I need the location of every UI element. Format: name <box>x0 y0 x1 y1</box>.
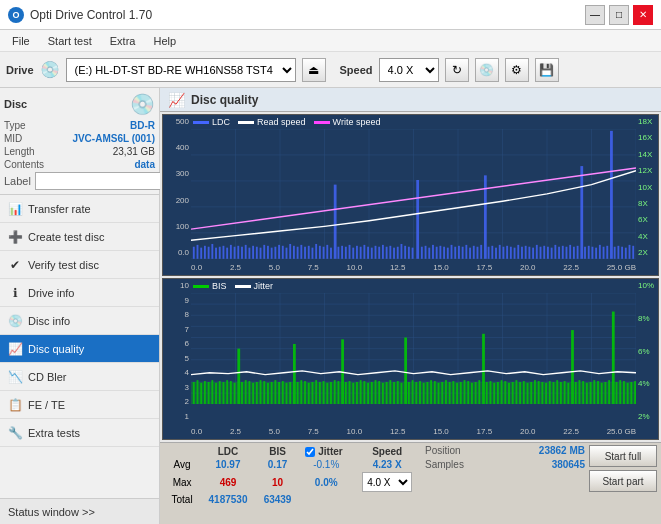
svg-rect-250 <box>538 381 540 404</box>
sidebar-item-disc-quality[interactable]: 📈 Disc quality <box>0 335 159 363</box>
minimize-button[interactable]: — <box>585 5 605 25</box>
svg-rect-163 <box>215 383 217 404</box>
toolbar: Drive 💿 (E:) HL-DT-ST BD-RE WH16NS58 TST… <box>0 52 661 88</box>
svg-rect-185 <box>297 382 299 404</box>
chart1-legend: LDC Read speed Write speed <box>193 117 380 127</box>
status-window-button[interactable]: Status window >> <box>0 498 159 524</box>
svg-rect-201 <box>356 382 358 404</box>
svg-rect-40 <box>282 246 284 259</box>
label-input[interactable] <box>35 172 168 190</box>
refresh-button[interactable]: ↻ <box>445 58 469 82</box>
chart1-svg <box>191 129 636 259</box>
svg-rect-32 <box>252 246 254 259</box>
svg-rect-165 <box>223 382 225 404</box>
svg-rect-107 <box>532 248 534 259</box>
svg-rect-122 <box>588 246 590 259</box>
svg-rect-220 <box>426 382 428 404</box>
svg-rect-198 <box>345 382 347 404</box>
sidebar-item-cd-bler[interactable]: 📉 CD Bler <box>0 363 159 391</box>
svg-rect-194 <box>330 382 332 404</box>
svg-rect-162 <box>211 380 213 404</box>
svg-rect-177 <box>267 383 269 404</box>
svg-rect-247 <box>527 383 529 404</box>
svg-rect-75 <box>412 248 414 259</box>
svg-rect-218 <box>419 381 421 404</box>
svg-rect-164 <box>219 381 221 404</box>
svg-rect-120 <box>580 166 583 259</box>
svg-rect-231 <box>467 381 469 404</box>
type-value: BD-R <box>130 120 155 131</box>
maximize-button[interactable]: □ <box>609 5 629 25</box>
drive-info-icon: ℹ <box>8 286 22 300</box>
svg-rect-235 <box>482 334 485 404</box>
drive-select[interactable]: (E:) HL-DT-ST BD-RE WH16NS58 TST4 <box>66 58 296 82</box>
svg-rect-188 <box>308 383 310 404</box>
svg-rect-274 <box>627 383 629 404</box>
menu-extra[interactable]: Extra <box>102 33 144 49</box>
sidebar-item-fe-te[interactable]: 📋 FE / TE <box>0 391 159 419</box>
start-part-button[interactable]: Start part <box>589 470 657 492</box>
jitter-checkbox[interactable] <box>305 447 315 457</box>
settings-button[interactable]: ⚙ <box>505 58 529 82</box>
speed-select-stats[interactable]: 4.0 X <box>362 472 412 492</box>
contents-label: Contents <box>4 159 44 170</box>
svg-rect-82 <box>439 246 441 259</box>
sidebar-item-transfer-rate[interactable]: 📊 Transfer rate <box>0 195 159 223</box>
label-label: Label <box>4 175 31 187</box>
sidebar-item-extra-tests[interactable]: 🔧 Extra tests <box>0 419 159 447</box>
svg-rect-190 <box>315 380 317 404</box>
svg-rect-128 <box>610 131 613 259</box>
svg-rect-31 <box>248 248 250 259</box>
svg-rect-206 <box>375 380 377 404</box>
svg-rect-186 <box>300 380 302 404</box>
save-button[interactable]: 💾 <box>535 58 559 82</box>
svg-rect-131 <box>621 247 623 259</box>
svg-rect-273 <box>623 381 625 404</box>
speed-select[interactable]: 4.0 X <box>379 58 439 82</box>
svg-rect-49 <box>315 244 317 259</box>
chart2-x-axis: 0.0 2.5 5.0 7.5 10.0 12.5 15.0 17.5 20.0… <box>191 423 636 439</box>
start-full-button[interactable]: Start full <box>589 445 657 467</box>
svg-rect-92 <box>477 247 479 259</box>
disc-quality-icon: 📈 <box>8 342 22 356</box>
disc-quality-header: 📈 Disc quality <box>160 88 661 112</box>
sidebar-item-verify-test-disc[interactable]: ✔ Verify test disc <box>0 251 159 279</box>
content-area: 📈 Disc quality LDC Read speed <box>160 88 661 524</box>
svg-rect-38 <box>274 247 276 259</box>
menu-start-test[interactable]: Start test <box>40 33 100 49</box>
svg-rect-255 <box>556 380 558 404</box>
sidebar-item-disc-info[interactable]: 💿 Disc info <box>0 307 159 335</box>
svg-rect-158 <box>197 380 199 404</box>
svg-rect-160 <box>204 381 206 404</box>
menu-help[interactable]: Help <box>145 33 184 49</box>
svg-rect-23 <box>219 247 221 259</box>
disc-button[interactable]: 💿 <box>475 58 499 82</box>
svg-rect-29 <box>241 247 243 259</box>
svg-rect-65 <box>375 246 377 259</box>
svg-rect-166 <box>226 380 228 404</box>
sidebar-item-create-test-disc[interactable]: ➕ Create test disc <box>0 223 159 251</box>
svg-rect-30 <box>245 245 247 259</box>
svg-rect-161 <box>208 382 210 404</box>
sidebar-nav: 📊 Transfer rate ➕ Create test disc ✔ Ver… <box>0 195 159 498</box>
svg-rect-183 <box>289 382 291 404</box>
svg-rect-211 <box>393 382 395 404</box>
length-value: 23,31 GB <box>113 146 155 157</box>
disc-icon: 💿 <box>130 92 155 116</box>
svg-rect-257 <box>564 381 566 404</box>
eject-button[interactable]: ⏏ <box>302 58 326 82</box>
svg-rect-79 <box>428 248 430 259</box>
disc-panel-title: Disc <box>4 98 27 110</box>
svg-rect-98 <box>499 245 501 259</box>
svg-rect-270 <box>612 312 615 405</box>
main-layout: Disc 💿 Type BD-R MID JVC-AMS6L (001) Len… <box>0 88 661 524</box>
menu-file[interactable]: File <box>4 33 38 49</box>
svg-rect-110 <box>543 246 545 259</box>
svg-rect-241 <box>504 381 506 404</box>
svg-rect-187 <box>304 381 306 404</box>
svg-rect-21 <box>211 244 213 259</box>
svg-rect-233 <box>475 382 477 404</box>
sidebar-item-drive-info[interactable]: ℹ Drive info <box>0 279 159 307</box>
close-button[interactable]: ✕ <box>633 5 653 25</box>
svg-rect-112 <box>551 248 553 259</box>
